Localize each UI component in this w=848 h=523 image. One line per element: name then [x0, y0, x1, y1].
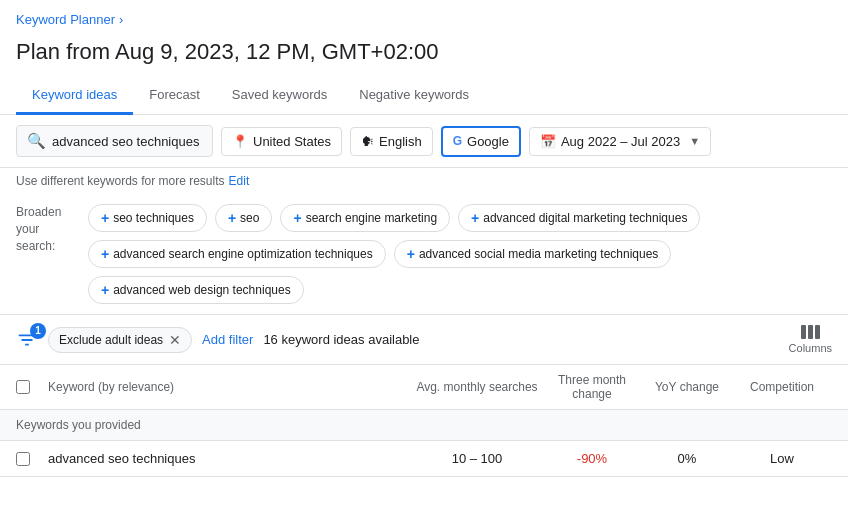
row-checkbox[interactable] — [16, 452, 30, 466]
exclude-chip-close[interactable]: ✕ — [169, 332, 181, 348]
keyword-count-label: 16 keyword ideas available — [263, 332, 778, 347]
columns-button[interactable]: Columns — [789, 325, 832, 354]
edit-link[interactable]: Edit — [229, 174, 250, 188]
header-competition: Competition — [732, 380, 832, 394]
dropdown-arrow-icon: ▼ — [689, 135, 700, 147]
chip-label-6: advanced web design techniques — [113, 283, 290, 297]
chip-plus-icon-5: + — [407, 246, 415, 262]
chip-label-1: seo — [240, 211, 259, 225]
calendar-icon: 📅 — [540, 134, 556, 149]
tab-forecast[interactable]: Forecast — [133, 77, 216, 115]
tabs-bar: Keyword ideas Forecast Saved keywords Ne… — [0, 77, 848, 115]
row-three-month-value: -90% — [542, 451, 642, 466]
broaden-chip-5[interactable]: + advanced social media marketing techni… — [394, 240, 672, 268]
location-icon: 📍 — [232, 134, 248, 149]
header-monthly: Avg. monthly searches — [412, 380, 542, 394]
chip-plus-icon-2: + — [293, 210, 301, 226]
chip-plus-icon-6: + — [101, 282, 109, 298]
broaden-chip-1[interactable]: + seo — [215, 204, 273, 232]
use-different-label: Use different keywords for more results — [16, 174, 225, 188]
network-icon: G — [453, 134, 462, 148]
exclude-chip: Exclude adult ideas ✕ — [48, 327, 192, 353]
row-competition-value: Low — [732, 451, 832, 466]
row-monthly-value: 10 – 100 — [412, 451, 542, 466]
table-row: advanced seo techniques 10 – 100 -90% 0%… — [0, 441, 848, 477]
location-label: United States — [253, 134, 331, 149]
chip-label-5: advanced social media marketing techniqu… — [419, 247, 658, 261]
filter-row: 1 Exclude adult ideas ✕ Add filter 16 ke… — [0, 315, 848, 365]
tab-keyword-ideas[interactable]: Keyword ideas — [16, 77, 133, 115]
header-checkbox-col — [16, 380, 48, 394]
row-checkbox-col — [16, 452, 48, 466]
language-filter[interactable]: 🗣 English — [350, 127, 433, 156]
search-input[interactable] — [52, 134, 202, 149]
broaden-chip-0[interactable]: + seo techniques — [88, 204, 207, 232]
header-yoy: YoY change — [642, 380, 732, 394]
section-label: Keywords you provided — [0, 410, 848, 441]
filter-bar: 🔍 📍 United States 🗣 English G Google 📅 A… — [0, 115, 848, 168]
broaden-chip-6[interactable]: + advanced web design techniques — [88, 276, 304, 304]
columns-label: Columns — [789, 342, 832, 354]
chip-plus-icon-1: + — [228, 210, 236, 226]
broaden-chip-2[interactable]: + search engine marketing — [280, 204, 450, 232]
network-label: Google — [467, 134, 509, 149]
tab-negative-keywords[interactable]: Negative keywords — [343, 77, 485, 115]
broaden-chip-3[interactable]: + advanced digital marketing techniques — [458, 204, 700, 232]
page-title: Plan from Aug 9, 2023, 12 PM, GMT+02:00 — [0, 31, 848, 77]
tab-saved-keywords[interactable]: Saved keywords — [216, 77, 343, 115]
exclude-chip-label: Exclude adult ideas — [59, 333, 163, 347]
filter-icon-container[interactable]: 1 — [16, 329, 38, 351]
broaden-label: Broaden your search: — [16, 204, 76, 254]
filter-badge: 1 — [30, 323, 46, 339]
chip-label-3: advanced digital marketing techniques — [483, 211, 687, 225]
network-filter[interactable]: G Google — [441, 126, 521, 157]
search-box[interactable]: 🔍 — [16, 125, 213, 157]
chip-plus-icon-0: + — [101, 210, 109, 226]
chip-plus-icon-3: + — [471, 210, 479, 226]
date-filter[interactable]: 📅 Aug 2022 – Jul 2023 ▼ — [529, 127, 711, 156]
header-keyword: Keyword (by relevance) — [48, 380, 412, 394]
broaden-chips: + seo techniques + seo + search engine m… — [88, 204, 832, 304]
broaden-section: Broaden your search: + seo techniques + … — [0, 194, 848, 315]
language-icon: 🗣 — [361, 134, 374, 149]
breadcrumb-arrow: › — [119, 12, 123, 27]
select-all-checkbox[interactable] — [16, 380, 30, 394]
language-label: English — [379, 134, 422, 149]
row-keyword-value: advanced seo techniques — [48, 451, 412, 466]
chip-plus-icon-4: + — [101, 246, 109, 262]
add-filter-button[interactable]: Add filter — [202, 332, 253, 347]
row-yoy-value: 0% — [642, 451, 732, 466]
columns-icon — [801, 325, 820, 339]
table-header: Keyword (by relevance) Avg. monthly sear… — [0, 365, 848, 410]
broaden-chip-4[interactable]: + advanced search engine optimization te… — [88, 240, 386, 268]
date-range-label: Aug 2022 – Jul 2023 — [561, 134, 680, 149]
breadcrumb: Keyword Planner › — [0, 0, 848, 31]
breadcrumb-link[interactable]: Keyword Planner — [16, 12, 115, 27]
use-different-text: Use different keywords for more results … — [0, 168, 848, 194]
chip-label-4: advanced search engine optimization tech… — [113, 247, 373, 261]
search-icon: 🔍 — [27, 132, 46, 150]
location-filter[interactable]: 📍 United States — [221, 127, 342, 156]
header-three-month: Three month change — [542, 373, 642, 401]
chip-label-0: seo techniques — [113, 211, 194, 225]
chip-label-2: search engine marketing — [306, 211, 437, 225]
